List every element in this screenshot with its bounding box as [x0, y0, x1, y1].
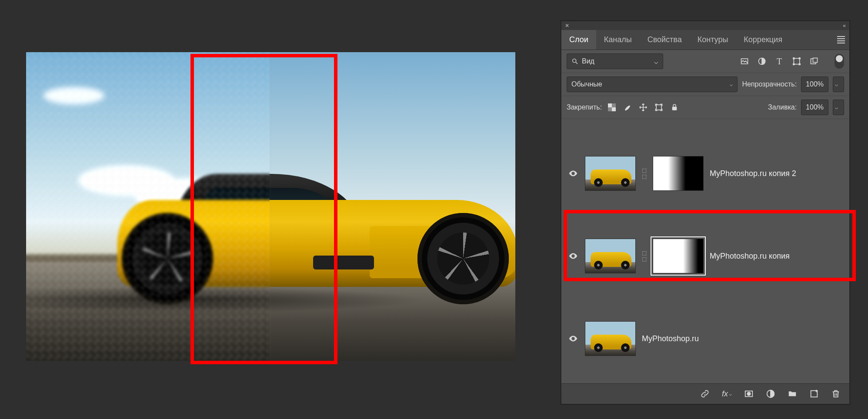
- svg-rect-4: [794, 58, 799, 64]
- tab-channels[interactable]: Каналы: [596, 30, 640, 50]
- svg-rect-15: [656, 105, 661, 110]
- blend-mode-value: Обычные: [571, 80, 602, 88]
- opacity-label: Непрозрачность:: [742, 80, 797, 88]
- layer-thumbnail[interactable]: [585, 321, 636, 356]
- filter-adjust-icon[interactable]: [756, 56, 768, 67]
- tab-layers[interactable]: Слои: [561, 30, 596, 50]
- filter-pixel-icon[interactable]: [739, 56, 750, 67]
- tab-properties[interactable]: Свойства: [640, 30, 690, 50]
- new-layer-icon[interactable]: [809, 389, 819, 399]
- fill-label: Заливка:: [768, 103, 797, 111]
- svg-point-8: [799, 63, 800, 65]
- visibility-toggle[interactable]: [568, 334, 579, 343]
- svg-line-1: [576, 62, 578, 64]
- lock-artboard-icon[interactable]: [653, 102, 664, 113]
- lock-brush-icon[interactable]: [622, 102, 633, 113]
- annotation-red-box-layer: [564, 210, 856, 281]
- layer-name[interactable]: MyPhotoshop.ru копия 2: [710, 169, 796, 178]
- layer-row[interactable]: MyPhotoshop.ru: [561, 310, 849, 367]
- svg-rect-16: [672, 107, 677, 110]
- filter-row: Вид ⌵ T: [561, 50, 849, 73]
- layer-name[interactable]: MyPhotoshop.ru: [642, 334, 699, 343]
- search-icon: [571, 58, 578, 65]
- link-layers-icon[interactable]: [700, 389, 710, 399]
- chevron-down-icon: ⌵: [730, 81, 733, 87]
- filter-toggle[interactable]: [835, 54, 844, 69]
- svg-rect-13: [612, 103, 616, 107]
- panel-titlebar[interactable]: ✕ «: [561, 21, 849, 30]
- opacity-chevron[interactable]: ⌵: [833, 76, 844, 92]
- fill-input[interactable]: 100%: [801, 100, 828, 115]
- tab-paths[interactable]: Контуры: [690, 30, 736, 50]
- fill-chevron[interactable]: ⌵: [833, 100, 844, 115]
- lock-label: Закрепить:: [567, 103, 602, 111]
- panel-menu-icon[interactable]: [833, 36, 849, 43]
- fx-icon[interactable]: fx ⌵: [722, 389, 732, 399]
- filter-type-icon[interactable]: T: [774, 56, 785, 67]
- lock-row: Закрепить: Заливка: 100% ⌵: [561, 96, 849, 119]
- lock-move-icon[interactable]: [638, 102, 649, 113]
- blend-row: Обычные ⌵ Непрозрачность: 100% ⌵: [561, 73, 849, 96]
- collapse-icon[interactable]: «: [843, 23, 846, 29]
- layer-row[interactable]: ⬚⬚ MyPhotoshop.ru копия 2: [561, 145, 849, 202]
- chevron-down-icon: ⌵: [654, 57, 658, 66]
- svg-rect-10: [813, 58, 818, 63]
- tab-adjustments[interactable]: Коррекция: [736, 30, 790, 50]
- adjustment-layer-icon[interactable]: [766, 389, 775, 399]
- filter-buttons: T: [739, 56, 820, 67]
- mask-link-icon[interactable]: ⬚⬚: [642, 167, 647, 180]
- svg-rect-12: [612, 107, 616, 111]
- group-icon[interactable]: [788, 389, 797, 399]
- lock-pixels-icon[interactable]: [606, 102, 618, 113]
- visibility-toggle[interactable]: [568, 169, 579, 178]
- annotation-red-box-canvas: [190, 54, 337, 364]
- layer-thumbnail[interactable]: [585, 156, 636, 191]
- layer-kind-label: Вид: [582, 57, 594, 65]
- add-mask-icon[interactable]: [744, 389, 754, 399]
- opacity-input[interactable]: 100%: [801, 76, 828, 92]
- svg-point-6: [799, 58, 800, 59]
- panel-footer: fx ⌵: [561, 383, 849, 404]
- svg-point-0: [573, 59, 576, 63]
- lock-all-icon[interactable]: [669, 102, 680, 113]
- filter-smart-icon[interactable]: [808, 56, 820, 67]
- svg-rect-14: [608, 107, 612, 111]
- svg-point-5: [793, 58, 795, 59]
- layer-kind-select[interactable]: Вид ⌵: [567, 53, 663, 69]
- svg-point-18: [747, 392, 750, 395]
- layer-mask-thumbnail[interactable]: [653, 156, 704, 191]
- svg-point-7: [793, 63, 795, 65]
- svg-rect-11: [608, 103, 612, 107]
- filter-shape-icon[interactable]: [791, 56, 802, 67]
- trash-icon[interactable]: [831, 389, 841, 399]
- blend-mode-select[interactable]: Обычные ⌵: [567, 76, 738, 92]
- close-icon[interactable]: ✕: [565, 23, 569, 29]
- stage: ✕ « Слои Каналы Свойства Контуры Коррекц…: [0, 0, 868, 419]
- panel-tabs: Слои Каналы Свойства Контуры Коррекция: [561, 30, 849, 50]
